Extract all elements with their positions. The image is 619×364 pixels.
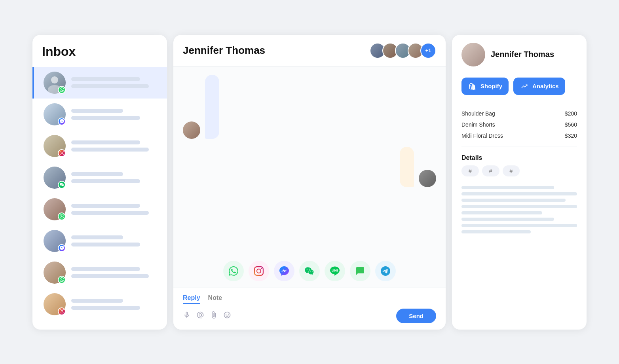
text-line: [71, 235, 123, 239]
text-line: [71, 204, 140, 208]
product-row-3: Midi Floral Dress $320: [461, 132, 577, 140]
avatar-group: +1: [370, 43, 436, 59]
product-price-1: $200: [565, 110, 577, 117]
avatar-wrap-8: [44, 293, 66, 315]
whatsapp-badge-1: [58, 86, 66, 94]
channel-imessage[interactable]: [350, 261, 370, 281]
channel-instagram[interactable]: [249, 261, 269, 281]
inbox-item-8[interactable]: [32, 288, 167, 320]
tag-2[interactable]: #: [482, 165, 499, 176]
note-line-6: [461, 218, 554, 221]
text-line: [71, 211, 149, 215]
channel-messenger[interactable]: [274, 261, 294, 281]
inbox-item-2[interactable]: [32, 99, 167, 130]
inbox-text-6: [71, 235, 158, 246]
channel-line[interactable]: [325, 261, 345, 281]
mic-icon[interactable]: [183, 311, 191, 321]
note-line-8: [461, 230, 531, 233]
wechat-badge-4: [58, 181, 66, 189]
chat-messages: [173, 67, 446, 254]
integration-row: Shopify Analytics: [461, 76, 577, 97]
attach-icon[interactable]: [210, 311, 218, 321]
shopify-button[interactable]: Shopify: [461, 78, 509, 95]
details-title: Details: [461, 154, 577, 161]
chat-contact-name: Jennifer Thomas: [183, 44, 265, 57]
avatar-wrap-1: [44, 72, 66, 94]
avatar-more-count: +1: [420, 43, 436, 59]
divider-1: [461, 103, 577, 103]
inbox-list: [32, 67, 167, 320]
note-line-4: [461, 205, 577, 208]
tags-row: # # #: [461, 165, 577, 176]
tag-3[interactable]: #: [503, 165, 520, 176]
inbox-text-7: [71, 267, 158, 278]
note-line-2: [461, 192, 577, 195]
text-line: [71, 116, 140, 120]
text-line: [71, 274, 149, 278]
input-icons: [183, 311, 231, 321]
inbox-text-5: [71, 204, 158, 215]
text-line: [71, 84, 149, 88]
inbox-item-3[interactable]: [32, 130, 167, 162]
at-icon[interactable]: [196, 311, 204, 321]
channel-wechat[interactable]: [299, 261, 320, 281]
right-contact-header: Jennifer Thomas: [461, 43, 577, 70]
whatsapp-badge-5: [58, 212, 66, 220]
chat-panel: Jennifer Thomas +1: [173, 35, 446, 330]
send-button[interactable]: Send: [396, 309, 436, 323]
inbox-title: Inbox: [32, 44, 167, 67]
text-line: [71, 306, 140, 310]
reply-tabs: Reply Note: [183, 294, 436, 304]
product-price-3: $320: [565, 133, 577, 139]
messenger-badge-2: [58, 118, 66, 125]
channel-whatsapp[interactable]: [223, 261, 244, 281]
reply-tab[interactable]: Reply: [183, 294, 200, 304]
shopify-icon: [468, 82, 477, 91]
analytics-button[interactable]: Analytics: [513, 78, 565, 95]
right-contact-name: Jennifer Thomas: [491, 50, 554, 59]
note-line-1: [461, 186, 554, 189]
messenger-badge-6: [58, 244, 66, 252]
inbox-text-4: [71, 172, 158, 183]
text-line: [71, 299, 123, 303]
text-line: [71, 77, 140, 81]
tag-1[interactable]: #: [461, 165, 479, 176]
product-price-2: $560: [565, 121, 577, 128]
avatar-wrap-6: [44, 230, 66, 252]
inbox-item-1[interactable]: [32, 67, 167, 99]
inbox-item-6[interactable]: [32, 225, 167, 257]
emoji-icon[interactable]: [223, 311, 231, 321]
text-line: [71, 140, 140, 144]
details-section: Details # # #: [461, 154, 577, 176]
inbox-item-4[interactable]: [32, 162, 167, 193]
product-row-2: Denim Shorts $560: [461, 121, 577, 129]
inbox-text-8: [71, 299, 158, 310]
text-line: [71, 243, 140, 246]
product-list: Shoulder Bag $200 Denim Shorts $560 Midi…: [461, 110, 577, 140]
inbox-item-7[interactable]: [32, 257, 167, 288]
channel-telegram[interactable]: [375, 261, 396, 281]
shopify-label: Shopify: [480, 83, 502, 89]
analytics-label: Analytics: [532, 83, 559, 89]
avatar-wrap-4: [44, 167, 66, 189]
whatsapp-badge-7: [58, 276, 66, 284]
inbox-item-5[interactable]: [32, 193, 167, 225]
instagram-badge-3: [58, 149, 66, 157]
text-line: [71, 109, 123, 113]
product-row-1: Shoulder Bag $200: [461, 110, 577, 118]
right-panel: Jennifer Thomas Shopify Analytics Should…: [452, 35, 587, 330]
note-line-3: [461, 199, 566, 202]
analytics-icon: [520, 82, 529, 91]
avatar-wrap-2: [44, 103, 66, 125]
avatar-wrap-5: [44, 198, 66, 220]
inbox-text-2: [71, 109, 158, 120]
product-name-1: Shoulder Bag: [461, 110, 495, 117]
product-name-3: Midi Floral Dress: [461, 133, 503, 139]
sender-avatar: [183, 121, 200, 139]
receiver-avatar: [419, 170, 436, 187]
right-contact-avatar: [461, 43, 485, 66]
text-line: [71, 172, 123, 176]
note-tab[interactable]: Note: [208, 294, 222, 304]
avatar-wrap-3: [44, 135, 66, 157]
chat-header: Jennifer Thomas +1: [173, 35, 446, 67]
